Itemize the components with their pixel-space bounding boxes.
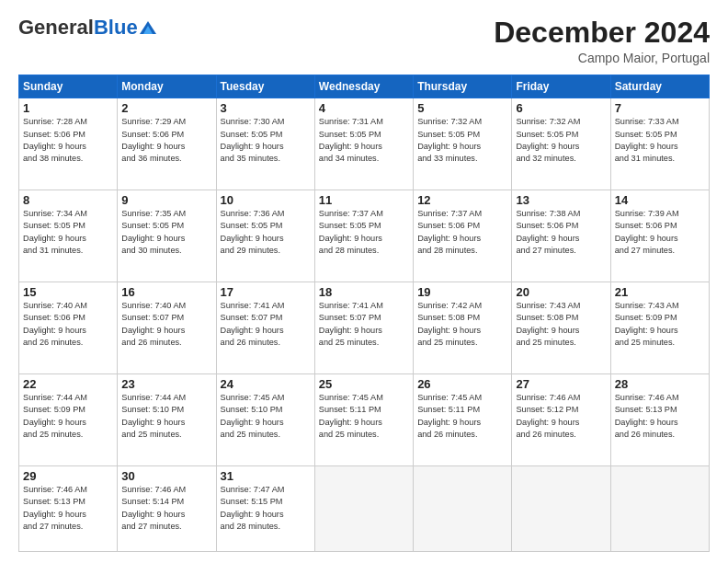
day-info: Sunrise: 7:38 AM Sunset: 5:06 PM Dayligh… <box>516 208 606 257</box>
calendar-cell: 5Sunrise: 7:32 AM Sunset: 5:05 PM Daylig… <box>414 98 512 190</box>
month-title: December 2024 <box>494 17 710 49</box>
day-number: 12 <box>417 193 507 207</box>
day-number: 19 <box>417 285 507 299</box>
day-info: Sunrise: 7:36 AM Sunset: 5:05 PM Dayligh… <box>221 208 311 257</box>
calendar-row: 22Sunrise: 7:44 AM Sunset: 5:09 PM Dayli… <box>19 373 710 465</box>
calendar-cell: 4Sunrise: 7:31 AM Sunset: 5:05 PM Daylig… <box>314 98 413 190</box>
calendar-cell: 15Sunrise: 7:40 AM Sunset: 5:06 PM Dayli… <box>19 282 118 374</box>
day-info: Sunrise: 7:43 AM Sunset: 5:09 PM Dayligh… <box>615 300 705 349</box>
day-info: Sunrise: 7:30 AM Sunset: 5:05 PM Dayligh… <box>221 116 311 165</box>
calendar-cell: 16Sunrise: 7:40 AM Sunset: 5:07 PM Dayli… <box>118 282 216 374</box>
day-info: Sunrise: 7:45 AM Sunset: 5:10 PM Dayligh… <box>221 392 311 441</box>
header-friday: Friday <box>512 75 610 98</box>
calendar-cell: 7Sunrise: 7:33 AM Sunset: 5:05 PM Daylig… <box>610 98 709 190</box>
day-number: 24 <box>221 377 311 391</box>
day-number: 23 <box>121 377 211 391</box>
day-number: 15 <box>23 285 113 299</box>
day-info: Sunrise: 7:46 AM Sunset: 5:13 PM Dayligh… <box>23 484 113 533</box>
day-info: Sunrise: 7:32 AM Sunset: 5:05 PM Dayligh… <box>516 116 606 165</box>
day-info: Sunrise: 7:34 AM Sunset: 5:05 PM Dayligh… <box>23 208 113 257</box>
day-number: 11 <box>319 193 409 207</box>
logo: GeneralBlue <box>18 17 156 39</box>
day-info: Sunrise: 7:33 AM Sunset: 5:05 PM Dayligh… <box>615 116 705 165</box>
day-number: 18 <box>319 285 409 299</box>
calendar-cell: 23Sunrise: 7:44 AM Sunset: 5:10 PM Dayli… <box>118 373 216 465</box>
day-info: Sunrise: 7:40 AM Sunset: 5:06 PM Dayligh… <box>23 300 113 349</box>
calendar-cell: 8Sunrise: 7:34 AM Sunset: 5:05 PM Daylig… <box>19 190 118 282</box>
header-thursday: Thursday <box>414 75 512 98</box>
header-saturday: Saturday <box>610 75 709 98</box>
calendar-cell: 17Sunrise: 7:41 AM Sunset: 5:07 PM Dayli… <box>216 282 314 374</box>
day-info: Sunrise: 7:46 AM Sunset: 5:12 PM Dayligh… <box>516 392 606 441</box>
calendar-cell: 10Sunrise: 7:36 AM Sunset: 5:05 PM Dayli… <box>216 190 314 282</box>
calendar-row: 8Sunrise: 7:34 AM Sunset: 5:05 PM Daylig… <box>19 190 710 282</box>
day-number: 16 <box>121 285 211 299</box>
calendar-cell: 2Sunrise: 7:29 AM Sunset: 5:06 PM Daylig… <box>118 98 216 190</box>
calendar-cell: 19Sunrise: 7:42 AM Sunset: 5:08 PM Dayli… <box>414 282 512 374</box>
calendar-cell: 1Sunrise: 7:28 AM Sunset: 5:06 PM Daylig… <box>19 98 118 190</box>
day-number: 6 <box>516 101 606 115</box>
logo-text: GeneralBlue <box>18 17 138 39</box>
day-info: Sunrise: 7:37 AM Sunset: 5:05 PM Dayligh… <box>319 208 409 257</box>
logo-icon <box>140 21 156 34</box>
calendar-row: 1Sunrise: 7:28 AM Sunset: 5:06 PM Daylig… <box>19 98 710 190</box>
day-info: Sunrise: 7:45 AM Sunset: 5:11 PM Dayligh… <box>417 392 507 441</box>
page: GeneralBlue December 2024 Campo Maior, P… <box>0 0 728 563</box>
day-number: 14 <box>615 193 705 207</box>
day-info: Sunrise: 7:46 AM Sunset: 5:13 PM Dayligh… <box>615 392 705 441</box>
day-number: 4 <box>319 101 409 115</box>
calendar-cell: 31Sunrise: 7:47 AM Sunset: 5:15 PM Dayli… <box>216 465 314 551</box>
day-info: Sunrise: 7:46 AM Sunset: 5:14 PM Dayligh… <box>121 484 211 533</box>
day-number: 31 <box>221 469 311 483</box>
day-number: 13 <box>516 193 606 207</box>
day-number: 8 <box>23 193 113 207</box>
calendar-cell <box>610 465 709 551</box>
calendar-cell: 13Sunrise: 7:38 AM Sunset: 5:06 PM Dayli… <box>512 190 610 282</box>
day-number: 27 <box>516 377 606 391</box>
calendar-cell: 27Sunrise: 7:46 AM Sunset: 5:12 PM Dayli… <box>512 373 610 465</box>
location: Campo Maior, Portugal <box>494 51 710 65</box>
header-tuesday: Tuesday <box>216 75 314 98</box>
day-number: 3 <box>221 101 311 115</box>
calendar-cell: 26Sunrise: 7:45 AM Sunset: 5:11 PM Dayli… <box>414 373 512 465</box>
calendar-cell: 24Sunrise: 7:45 AM Sunset: 5:10 PM Dayli… <box>216 373 314 465</box>
day-info: Sunrise: 7:28 AM Sunset: 5:06 PM Dayligh… <box>23 116 113 165</box>
day-number: 5 <box>417 101 507 115</box>
calendar-cell: 20Sunrise: 7:43 AM Sunset: 5:08 PM Dayli… <box>512 282 610 374</box>
day-info: Sunrise: 7:42 AM Sunset: 5:08 PM Dayligh… <box>417 300 507 349</box>
calendar-cell: 12Sunrise: 7:37 AM Sunset: 5:06 PM Dayli… <box>414 190 512 282</box>
day-info: Sunrise: 7:45 AM Sunset: 5:11 PM Dayligh… <box>319 392 409 441</box>
day-number: 29 <box>23 469 113 483</box>
day-number: 26 <box>417 377 507 391</box>
day-number: 25 <box>319 377 409 391</box>
day-info: Sunrise: 7:40 AM Sunset: 5:07 PM Dayligh… <box>121 300 211 349</box>
day-number: 22 <box>23 377 113 391</box>
day-number: 7 <box>615 101 705 115</box>
day-info: Sunrise: 7:32 AM Sunset: 5:05 PM Dayligh… <box>417 116 507 165</box>
day-number: 20 <box>516 285 606 299</box>
calendar-header-row: Sunday Monday Tuesday Wednesday Thursday… <box>19 75 710 98</box>
day-number: 1 <box>23 101 113 115</box>
day-number: 30 <box>121 469 211 483</box>
day-info: Sunrise: 7:47 AM Sunset: 5:15 PM Dayligh… <box>221 484 311 533</box>
day-number: 10 <box>221 193 311 207</box>
header-wednesday: Wednesday <box>314 75 413 98</box>
calendar-row: 15Sunrise: 7:40 AM Sunset: 5:06 PM Dayli… <box>19 282 710 374</box>
day-info: Sunrise: 7:35 AM Sunset: 5:05 PM Dayligh… <box>121 208 211 257</box>
calendar-cell <box>314 465 413 551</box>
day-number: 28 <box>615 377 705 391</box>
header-monday: Monday <box>118 75 216 98</box>
calendar-row: 29Sunrise: 7:46 AM Sunset: 5:13 PM Dayli… <box>19 465 710 551</box>
calendar-cell: 30Sunrise: 7:46 AM Sunset: 5:14 PM Dayli… <box>118 465 216 551</box>
day-info: Sunrise: 7:39 AM Sunset: 5:06 PM Dayligh… <box>615 208 705 257</box>
day-info: Sunrise: 7:44 AM Sunset: 5:10 PM Dayligh… <box>121 392 211 441</box>
calendar-cell: 22Sunrise: 7:44 AM Sunset: 5:09 PM Dayli… <box>19 373 118 465</box>
day-info: Sunrise: 7:31 AM Sunset: 5:05 PM Dayligh… <box>319 116 409 165</box>
header-sunday: Sunday <box>19 75 118 98</box>
calendar-cell <box>414 465 512 551</box>
day-info: Sunrise: 7:44 AM Sunset: 5:09 PM Dayligh… <box>23 392 113 441</box>
day-number: 21 <box>615 285 705 299</box>
day-number: 17 <box>221 285 311 299</box>
calendar-cell: 28Sunrise: 7:46 AM Sunset: 5:13 PM Dayli… <box>610 373 709 465</box>
day-info: Sunrise: 7:29 AM Sunset: 5:06 PM Dayligh… <box>121 116 211 165</box>
